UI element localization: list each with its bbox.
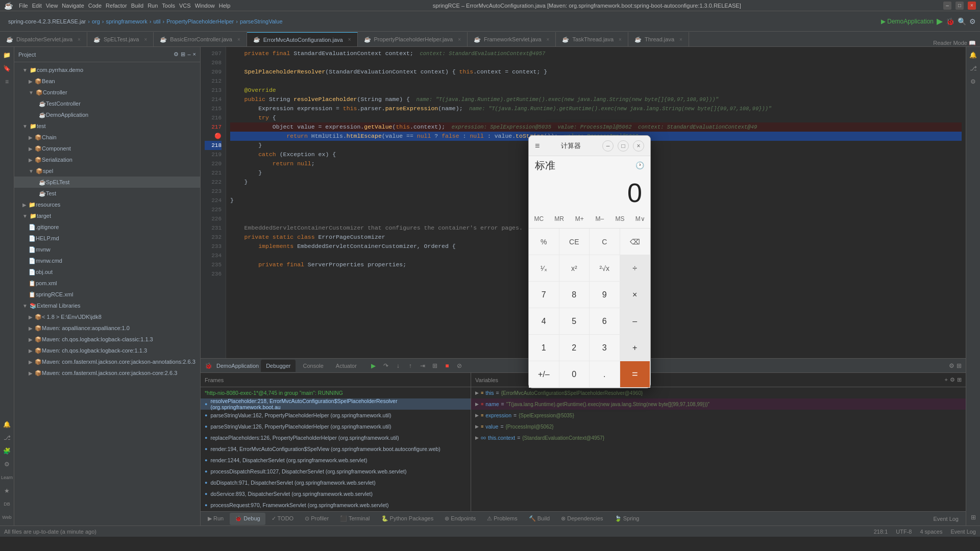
debug-expand-icon[interactable]: ⊞ — [957, 362, 962, 369]
bottom-tab-dependencies[interactable]: ⊗ Dependencies — [556, 513, 608, 525]
tree-item-objout[interactable]: 📄 obj.out — [14, 266, 200, 278]
calc-mminus-btn[interactable]: M– — [590, 210, 610, 228]
calc-divide-btn[interactable]: ÷ — [620, 255, 651, 282]
calc-sqrt-btn[interactable]: ²√x — [590, 255, 620, 282]
debug-resume-btn[interactable]: ▶ — [368, 360, 379, 371]
menu-refactor[interactable]: Refactor — [106, 3, 127, 9]
debug-tab-debugger[interactable]: Debugger — [261, 360, 296, 372]
bookmark-icon[interactable]: 🔖 — [1, 62, 13, 74]
calc-minimize-btn[interactable]: – — [602, 140, 614, 152]
reader-mode-toggle[interactable]: Reader Mode 📖 — [933, 40, 976, 46]
bottom-tab-profiler[interactable]: ⊙ Profiler — [300, 513, 334, 525]
calc-maximize-btn[interactable]: □ — [618, 140, 629, 152]
tree-item-test-file[interactable]: ☕ Test — [14, 188, 200, 199]
favorites-icon[interactable]: ★ — [1, 485, 13, 497]
frame-item-1[interactable]: ● parseStringValue:162, PropertyPlacehol… — [201, 410, 471, 421]
tree-item-bean[interactable]: ▶📦 Bean — [14, 76, 200, 87]
tree-item-controller[interactable]: ▼📦 Controller — [14, 87, 200, 98]
debug-tab-actuator[interactable]: Actuator — [331, 360, 362, 372]
bottom-tab-spring[interactable]: 🍃 Spring — [609, 513, 645, 525]
tree-item-jackson-annotations[interactable]: ▶📦 Maven: com.fasterxml.jackson.core:jac… — [14, 356, 200, 367]
variables-settings-btn[interactable]: ⚙ — [950, 377, 955, 383]
tree-item-target[interactable]: ▼📁 target — [14, 210, 200, 221]
project-panel-layout[interactable]: ⊞ — [181, 51, 185, 58]
git-icon[interactable]: ⎇ — [1, 432, 13, 444]
tree-item-chain[interactable]: ▶📦 Chain — [14, 132, 200, 143]
bottom-tab-debug[interactable]: 🐞 Debug — [230, 513, 265, 525]
event-log-btn[interactable]: Event Log — [928, 513, 964, 525]
debug-app-name[interactable]: DemoApplication — [216, 363, 259, 369]
frame-item-8[interactable]: ● doService:893, DispatcherServlet (org.… — [201, 488, 471, 499]
menu-window[interactable]: Window — [195, 3, 215, 9]
right-icon-notifications[interactable]: 🔔 — [967, 49, 979, 61]
calc-4-btn[interactable]: 4 — [529, 308, 559, 335]
menu-help[interactable]: Help — [219, 3, 231, 9]
maximize-button[interactable]: □ — [955, 2, 964, 10]
menu-run[interactable]: Run — [148, 3, 158, 9]
breadcrumb-project[interactable]: spring-core-4.2.3.RELEASE.jar — [8, 18, 86, 24]
menu-view[interactable]: View — [46, 3, 58, 9]
minimize-button[interactable]: – — [943, 2, 951, 10]
menu-build[interactable]: Build — [131, 3, 143, 9]
calc-squared-btn[interactable]: x² — [559, 255, 590, 282]
structure-icon[interactable]: ≡ — [1, 76, 13, 88]
calc-8-btn[interactable]: 8 — [559, 282, 590, 308]
calc-0-btn[interactable]: 0 — [559, 361, 590, 388]
calc-9-btn[interactable]: 9 — [590, 282, 620, 308]
tree-item-gitignore[interactable]: 📄 .gitignore — [14, 221, 200, 233]
toolbar-debug-btn[interactable]: 🐞 — [946, 17, 954, 26]
toolbar-run-btn[interactable]: ▶ — [937, 16, 943, 26]
tree-item-speltest[interactable]: ☕ SpELTest — [14, 177, 200, 188]
var-context[interactable]: ▶ oo this.context = {StandardEvaluationC… — [471, 432, 966, 443]
tree-item-jackson-core[interactable]: ▶📦 Maven: com.fasterxml.jackson.core:jac… — [14, 367, 200, 379]
tree-item-logback-classic[interactable]: ▶📦 Maven: ch.qos.logback:logback-classic… — [14, 334, 200, 345]
calc-close-btn[interactable]: × — [633, 140, 644, 152]
tab-BasicErrorController[interactable]: ☕ BasicErrorController.java × — [154, 32, 247, 46]
project-panel-gear[interactable]: ⚙ — [174, 51, 179, 58]
tab-FrameworkServlet[interactable]: ☕ FrameworkServlet.java × — [468, 32, 556, 46]
calc-percent-btn[interactable]: % — [529, 229, 559, 255]
frame-item-6[interactable]: ● processDispatchResult:1027, Dispatcher… — [201, 466, 471, 477]
debug-tab-console[interactable]: Console — [298, 360, 328, 372]
right-icon-expand[interactable]: ⊞ — [967, 511, 979, 523]
statusbar-event-log[interactable]: Event Log — [950, 529, 976, 535]
calc-2-btn[interactable]: 2 — [559, 335, 590, 361]
statusbar-position[interactable]: 218:1 — [874, 529, 888, 535]
project-panel-collapse[interactable]: – — [187, 51, 190, 58]
tree-item-mvnwcmd[interactable]: 📄 mvnw.cmd — [14, 255, 200, 266]
tree-item-aopalliance[interactable]: ▶📦 Maven: aopalliance:aopalliance:1.0 — [14, 322, 200, 334]
thread-item[interactable]: *http-nio-8080-exec-1*@4,745 in group "m… — [201, 387, 471, 398]
tree-item-pomxml[interactable]: 📋 pom.xml — [14, 278, 200, 289]
menu-tools[interactable]: Tools — [162, 3, 175, 9]
calc-add-btn[interactable]: + — [620, 335, 651, 361]
tab-TaskThread[interactable]: ☕ TaskThread.java × — [556, 32, 628, 46]
plugins-icon[interactable]: 🧩 — [1, 445, 13, 457]
right-icon-settings[interactable]: ⚙ — [967, 76, 979, 88]
frame-item-3[interactable]: ● replacePlaceholders:126, PropertyPlace… — [201, 432, 471, 443]
menu-navigate[interactable]: Navigate — [62, 3, 84, 9]
variables-expand-btn[interactable]: ⊞ — [957, 377, 962, 383]
calc-decimal-btn[interactable]: . — [590, 361, 620, 388]
calc-mplus-btn[interactable]: M+ — [569, 210, 590, 228]
bottom-tab-terminal[interactable]: ⬛ Terminal — [335, 513, 375, 525]
calc-ce-btn[interactable]: CE — [559, 229, 590, 255]
var-name[interactable]: ▶ ≡ name = "T(java.lang.Runtime).getRunt… — [471, 398, 966, 410]
bottom-tab-problems[interactable]: ⚠ Problems — [482, 513, 523, 525]
project-icon[interactable]: 📁 — [1, 49, 13, 61]
bottom-tab-build[interactable]: 🔨 Build — [524, 513, 555, 525]
debug-evaluate-btn[interactable]: ⊞ — [429, 360, 440, 371]
calc-multiply-btn[interactable]: × — [620, 282, 651, 308]
calc-1-btn[interactable]: 1 — [529, 335, 559, 361]
toolbar-gear-icon[interactable]: ⚙ — [969, 17, 976, 26]
tab-ErrorMvcAutoConfiguration[interactable]: ☕ ErrorMvcAutoConfiguration.java × — [247, 32, 358, 46]
debug-settings-icon[interactable]: ⚙ — [949, 362, 954, 369]
tree-item-spel[interactable]: ▼📦 spel — [14, 165, 200, 177]
debug-step-into-btn[interactable]: ↓ — [393, 360, 404, 371]
tree-item-springrcexml[interactable]: 📋 springRCE.xml — [14, 289, 200, 300]
tree-item-mvnw[interactable]: 📄 mvnw — [14, 244, 200, 255]
tree-item-component[interactable]: ▶📦 Component — [14, 143, 200, 154]
menu-edit[interactable]: Edit — [32, 3, 42, 9]
tree-item-resources[interactable]: ▶📁 resources — [14, 199, 200, 210]
notification-icon[interactable]: 🔔 — [1, 418, 13, 431]
calc-6-btn[interactable]: 6 — [590, 308, 620, 335]
